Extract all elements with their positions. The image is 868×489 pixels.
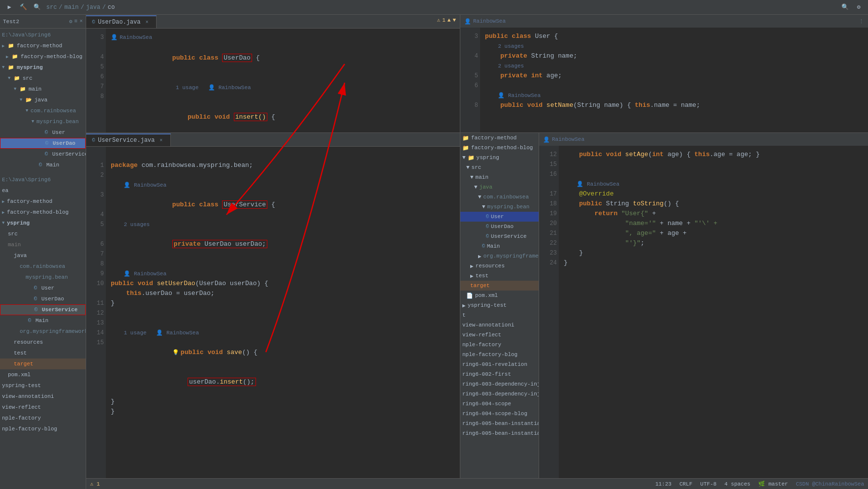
- ftree-ring6-003b[interactable]: ring6-003-dependency-injection-b: [460, 389, 539, 399]
- sidebar-item2-test[interactable]: test: [0, 348, 86, 359]
- ftree-t[interactable]: t: [460, 310, 539, 320]
- tab-userservice[interactable]: © UserService.java ×: [86, 133, 171, 146]
- project-tree[interactable]: E:\Java\Spring6 ▶ 📁 factory-method ▶ 📁 f…: [0, 29, 86, 489]
- sidebar-item-src[interactable]: ▼ 📁 src: [0, 73, 86, 84]
- ftree-nple-factory-blog[interactable]: nple-factory-blog: [460, 350, 539, 359]
- sidebar-item2-src[interactable]: src: [0, 228, 86, 239]
- gear-icon[interactable]: ⚙: [69, 18, 72, 25]
- ftree-com[interactable]: ▼ com.rainbowsea: [460, 192, 539, 202]
- sidebar-item-nple-factory[interactable]: nple-factory: [0, 413, 86, 424]
- sidebar-item-userservice[interactable]: ▶ © UserService: [0, 149, 86, 160]
- nav-up-icon[interactable]: ▲: [448, 17, 451, 23]
- sidebar-item2-main[interactable]: main: [0, 239, 86, 250]
- sidebar-item2-java[interactable]: java: [0, 250, 86, 261]
- ftree-nple-factory[interactable]: nple-factory: [460, 340, 539, 350]
- ftree-org[interactable]: ▶ org.myspringframework.c: [460, 251, 539, 261]
- close-icon[interactable]: ×: [79, 18, 83, 25]
- user-bottom-code[interactable]: public void setAge(int age) { this.age =…: [559, 146, 868, 489]
- code-line-ub-20: "name='" + name + "'\' +: [564, 219, 863, 228]
- sidebar-item-main-class[interactable]: ▶ © Main: [0, 160, 86, 170]
- ftree-java[interactable]: ▼ java: [460, 182, 539, 192]
- ftree-myspring-bean[interactable]: ▼ myspring.bean: [460, 202, 539, 212]
- sidebar-item-com-rainbowsea[interactable]: ▼ com.rainbowsea: [0, 105, 86, 116]
- sidebar-item2-org[interactable]: org.myspringframework.c: [0, 326, 86, 337]
- nav-down-icon[interactable]: ▼: [452, 17, 456, 23]
- ftree-pom[interactable]: 📄 pom.xml: [460, 291, 539, 300]
- sidebar-item-myspring[interactable]: ▼ 📁 myspring: [0, 62, 86, 73]
- build-icon[interactable]: 🔨: [18, 2, 29, 13]
- run-icon[interactable]: ▶: [4, 2, 15, 13]
- ftree-ring6-003[interactable]: ring6-003-dependency-injection: [460, 379, 539, 389]
- sidebar-item-java[interactable]: ▼ 📂 java: [0, 95, 86, 105]
- ftree-ring6-004b[interactable]: ring6-004-scope-blog: [460, 409, 539, 419]
- tab-close-userdao[interactable]: ×: [143, 19, 150, 26]
- ftree-test[interactable]: ▶ test: [460, 271, 539, 281]
- sidebar-item-main[interactable]: ▼ 📁 main: [0, 84, 86, 95]
- sidebar-item-nple-factory-blog[interactable]: nple-factory-blog: [0, 424, 86, 434]
- line-numbers-userservice: 1 2 3 4 5 6 7 8 9 10: [86, 147, 106, 489]
- sidebar-item2-yspring-test[interactable]: yspring-test: [0, 380, 86, 391]
- more-options-icon[interactable]: ⋮: [859, 18, 864, 25]
- tab-close-userservice[interactable]: ×: [158, 137, 164, 144]
- userdao-code[interactable]: 👤 RainbowSea public class UserDao { 1 us…: [106, 29, 460, 132]
- ftree-factory-method-blog[interactable]: 📁 factory-method-blog: [460, 143, 539, 153]
- user-code[interactable]: public class User { 2 usages private Str…: [480, 28, 868, 132]
- status-vcs[interactable]: 🌿 master: [758, 481, 788, 487]
- search-icon[interactable]: 🔍: [32, 2, 42, 13]
- ftree-factory-method[interactable]: 📁 factory-method: [460, 133, 539, 143]
- userservice-code[interactable]: package com.rainbowsea.myspring.bean; 👤 …: [106, 147, 460, 489]
- sidebar-item2-user[interactable]: © User: [0, 283, 86, 293]
- sidebar-item-ea[interactable]: ea: [0, 185, 86, 196]
- status-indent[interactable]: 4 spaces: [724, 481, 750, 487]
- sidebar-item-myspring-bean[interactable]: ▼ myspring.bean: [0, 116, 86, 127]
- ftree-ring6-004[interactable]: ring6-004-scope: [460, 399, 539, 409]
- ftree-target[interactable]: target: [460, 281, 539, 291]
- sidebar-item-factory-method[interactable]: ▶ 📁 factory-method: [0, 40, 86, 51]
- code-line-ub-16: [564, 169, 863, 179]
- ftree-ring6-005[interactable]: ring6-005-bean-instantiation: [460, 419, 539, 428]
- search-icon-right[interactable]: 🔍: [839, 2, 850, 13]
- ftree-userservice[interactable]: © UserService: [460, 231, 539, 241]
- sidebar-item-userdao[interactable]: ▶ © UserDao: [0, 138, 86, 149]
- sidebar-item2-yspring[interactable]: ▼yspring: [0, 218, 86, 228]
- code-line-us-9: [111, 308, 455, 318]
- sidebar-item2-myspring-bean[interactable]: myspring.bean: [0, 272, 86, 283]
- status-charset[interactable]: UTF-8: [700, 481, 716, 487]
- sidebar-item2-target[interactable]: target: [0, 359, 86, 369]
- code-line-us-12: userDao.insert();: [111, 367, 455, 397]
- sidebar-item2-factory-method[interactable]: ▶factory-method: [0, 196, 86, 207]
- ftree-main[interactable]: ▼ main: [460, 172, 539, 182]
- ftree-resources[interactable]: ▶ resources: [460, 261, 539, 271]
- userdao-author-icon: 👤: [111, 33, 118, 42]
- code-line-ub-15: [564, 160, 863, 169]
- ftree-main-class[interactable]: © Main: [460, 241, 539, 251]
- ftree-src[interactable]: ▼ src: [460, 163, 539, 172]
- ftree-userdao[interactable]: © UserDao: [460, 222, 539, 231]
- sidebar-item-view-annotationi[interactable]: view-annotationi: [0, 391, 86, 402]
- ftree-yspring-test[interactable]: ▶ yspring-test: [460, 300, 539, 310]
- sidebar-item-user[interactable]: ▶ © User: [0, 127, 86, 138]
- ftree-yspring[interactable]: ▼ 📁 yspring: [460, 153, 539, 163]
- sidebar-item-factory-method-blog[interactable]: ▶ 📁 factory-method-blog: [0, 51, 86, 62]
- sidebar-item-view-reflect[interactable]: view-reflect: [0, 402, 86, 413]
- middle-file-tree[interactable]: 📁 factory-method 📁 factory-method-blog ▼…: [460, 133, 539, 489]
- collapse-icon[interactable]: ≡: [74, 18, 78, 25]
- ftree-ring6-002[interactable]: ring6-002-first: [460, 369, 539, 379]
- tab-userdao[interactable]: © UserDao.java ×: [86, 15, 157, 28]
- sidebar-item2-resources[interactable]: resources: [0, 337, 86, 348]
- sidebar-item2-com[interactable]: com.rainbowsea: [0, 261, 86, 272]
- sidebar-item2-userservice[interactable]: © UserService: [0, 304, 86, 315]
- ftree-ring6-001[interactable]: ring6-001-revelation: [460, 359, 539, 369]
- ftree-ring6-005b[interactable]: ring6-005-bean-instantiation-blog: [460, 428, 539, 438]
- sidebar-item2-main-class[interactable]: © Main: [0, 315, 86, 326]
- sidebar-item2-userdao[interactable]: © UserDao: [0, 293, 86, 304]
- status-crlf[interactable]: CRLF: [679, 481, 692, 487]
- sidebar-item2-factory-method-blog[interactable]: ▶factory-method-blog: [0, 207, 86, 218]
- ftree-user[interactable]: © User: [460, 212, 539, 222]
- code-line-user-5: private int age;: [485, 71, 863, 81]
- code-line-userdao-5: System.out.println("数据库插入数据");: [111, 132, 455, 132]
- ftree-view-annotationi[interactable]: view-annotationi: [460, 320, 539, 330]
- ftree-view-reflect[interactable]: view-reflect: [460, 330, 539, 340]
- sidebar-item2-pom[interactable]: pom.xml: [0, 369, 86, 380]
- settings-icon[interactable]: ⚙: [853, 2, 864, 13]
